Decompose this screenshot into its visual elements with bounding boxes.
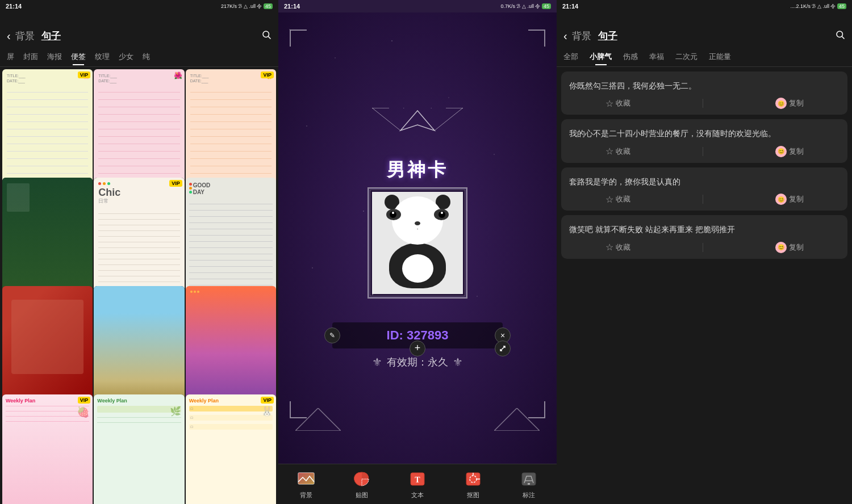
- left-nav-title1[interactable]: 背景: [15, 30, 35, 43]
- sentence-card: 微笑吧 就算不断失败 站起来再重来 把脆弱推开 ☆ 收藏 😊 复制: [561, 215, 847, 258]
- cat-tab-note[interactable]: 便签: [69, 49, 88, 64]
- sentence-list: 你既然勾三搭四，我何必独一无二。 ☆ 收藏 😊 复制 我的心不是二十四小时营业的…: [557, 67, 852, 504]
- sticker-item[interactable]: Weekly Plan 🍓 VIP: [2, 394, 93, 504]
- mid-status-time: 21:14: [284, 3, 300, 10]
- copy-icon: 😊: [775, 146, 787, 157]
- sentence-card: 我的心不是二十四小时营业的餐厅，没有随时的欢迎光临。 ☆ 收藏 😊 复制: [561, 119, 847, 162]
- middle-bottom-toolbar: 背景 贴图 T 文本: [278, 464, 557, 504]
- vip-badge: VIP: [78, 397, 91, 404]
- bg-icon: [295, 469, 318, 489]
- toolbar-item-text[interactable]: T 文本: [406, 469, 429, 499]
- copy-button[interactable]: 😊 复制: [775, 194, 804, 205]
- toolbar-label-text: 文本: [411, 491, 424, 499]
- svg-marker-2: [400, 111, 435, 131]
- cat-tab-cover[interactable]: 封面: [21, 49, 40, 64]
- star-icon: ☆: [605, 98, 613, 109]
- card-collar-deco: [372, 108, 463, 156]
- card-container: 男神卡: [278, 12, 557, 464]
- right-search-button[interactable]: [835, 30, 845, 43]
- sentence-text: 微笑吧 就算不断失败 站起来再重来 把脆弱推开: [569, 223, 840, 236]
- sentence-text: 我的心不是二十四小时营业的餐厅，没有随时的欢迎光临。: [569, 127, 840, 140]
- sentence-card: 套路我是学的，撩你我是认真的 ☆ 收藏 😊 复制: [561, 167, 847, 211]
- left-nav: ‹ 背景 句子: [0, 25, 278, 47]
- card-edit-button[interactable]: ✎: [324, 327, 340, 343]
- save-button[interactable]: ☆ 收藏: [605, 146, 630, 157]
- sticker-item[interactable]: Weekly Plan 🐰 □ □ □ VIP: [186, 394, 276, 504]
- left-status-stats: 217K/s ℬ △ .ull 令 45: [221, 3, 273, 10]
- toolbar-item-bg[interactable]: 背景: [295, 469, 318, 499]
- cat-tab-screen[interactable]: 屏: [5, 49, 16, 64]
- left-back-button[interactable]: ‹: [7, 30, 11, 43]
- right-tab-sad[interactable]: 伤感: [621, 49, 640, 64]
- toolbar-item-sticker[interactable]: 贴图: [350, 469, 373, 499]
- cat-tab-texture[interactable]: 纹理: [93, 49, 112, 64]
- corner-tl: [290, 30, 307, 47]
- text-icon: T: [406, 469, 429, 489]
- cat-tab-poster[interactable]: 海报: [45, 49, 64, 64]
- cutout-icon: [462, 469, 485, 489]
- sentence-text: 你既然勾三搭四，我何必独一无二。: [569, 79, 840, 92]
- right-nav-title1[interactable]: 背景: [572, 30, 591, 43]
- svg-text:T: T: [415, 476, 420, 484]
- mid-status-stats: 0.7K/s ℬ △ .ull 令 45: [500, 3, 551, 10]
- save-button[interactable]: ☆ 收藏: [605, 98, 630, 109]
- star-icon: ☆: [605, 146, 613, 157]
- card-id-section: ✎ × ID: 327893 +: [332, 322, 503, 348]
- toolbar-label-cutout: 抠图: [467, 491, 479, 499]
- cat-tab-girl[interactable]: 少女: [116, 49, 136, 64]
- sticker-item[interactable]: Weekly Plan 🌿: [94, 394, 184, 504]
- right-panel: 21:14 ....2.1K/s ℬ △ .ull 令 45 ‹ 背景 句子 全…: [557, 0, 852, 504]
- svg-rect-19: [528, 483, 530, 485]
- star-icon: ☆: [605, 242, 613, 253]
- right-nav: ‹ 背景 句子: [557, 25, 852, 47]
- copy-icon: 😊: [775, 98, 787, 109]
- save-button[interactable]: ☆ 收藏: [605, 194, 630, 205]
- sticker-grid: TITLE:___ DATE:___ 🌸 VIP TITLE:___ DATE:…: [0, 67, 278, 504]
- cat-tab-pure[interactable]: 纯: [140, 49, 152, 64]
- left-status-time: 21:14: [6, 3, 22, 10]
- action-divider: [703, 195, 703, 204]
- copy-icon: 😊: [775, 242, 787, 253]
- validity-deco-left: ⚜: [372, 355, 382, 369]
- copy-button[interactable]: 😊 复制: [775, 146, 804, 157]
- toolbar-label-sticker: 贴图: [356, 491, 368, 499]
- vip-badge: VIP: [261, 397, 274, 404]
- middle-panel: 21:14 0.7K/s ℬ △ .ull 令 45: [278, 0, 557, 504]
- save-button[interactable]: ☆ 收藏: [605, 242, 630, 253]
- card-validity: ⚜ 有效期：永久 ⚜: [372, 355, 463, 369]
- left-search-button[interactable]: [261, 30, 272, 43]
- toolbar-item-mark[interactable]: 标注: [517, 469, 540, 499]
- svg-line-4: [435, 108, 463, 131]
- left-panel: 21:14 217K/s ℬ △ .ull 令 45 ‹ 背景 句子 屏 封面 …: [0, 0, 278, 504]
- star-icon: ☆: [605, 194, 613, 205]
- left-nav-title2[interactable]: 句子: [41, 30, 61, 43]
- card-add-button[interactable]: +: [410, 341, 425, 356]
- sticker-icon: [350, 469, 373, 489]
- right-tab-positive[interactable]: 正能量: [707, 49, 733, 64]
- vip-badge: VIP: [169, 180, 182, 187]
- right-tab-all[interactable]: 全部: [561, 49, 580, 64]
- validity-deco-right: ⚜: [453, 355, 463, 369]
- vip-badge: VIP: [78, 72, 91, 78]
- right-nav-title2[interactable]: 句子: [598, 30, 617, 43]
- sentence-actions: ☆ 收藏 😊 复制: [569, 98, 840, 109]
- right-tab-anime[interactable]: 二次元: [673, 49, 700, 64]
- sentence-card: 你既然勾三搭四，我何必独一无二。 ☆ 收藏 😊 复制: [561, 72, 847, 115]
- right-status-time: 21:14: [562, 3, 578, 10]
- sentence-text: 套路我是学的，撩你我是认真的: [569, 175, 840, 188]
- svg-line-21: [842, 36, 844, 39]
- right-back-button[interactable]: ‹: [563, 30, 567, 43]
- toolbar-item-cutout[interactable]: 抠图: [462, 469, 485, 499]
- right-tab-temper[interactable]: 小脾气: [587, 49, 614, 64]
- action-divider: [703, 243, 703, 252]
- action-divider: [703, 99, 703, 108]
- corner-tr: [528, 30, 545, 47]
- card-expand-button[interactable]: [495, 341, 511, 356]
- copy-button[interactable]: 😊 复制: [775, 242, 804, 253]
- mark-icon: [517, 469, 540, 489]
- card-portrait-frame[interactable]: -: [367, 187, 467, 299]
- right-tab-happy[interactable]: 幸福: [647, 49, 666, 64]
- svg-line-3: [372, 108, 400, 131]
- right-status-stats: ....2.1K/s ℬ △ .ull 令 45: [790, 3, 846, 10]
- copy-button[interactable]: 😊 复制: [775, 98, 804, 109]
